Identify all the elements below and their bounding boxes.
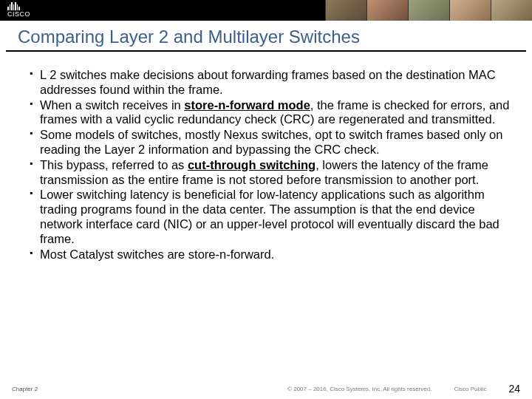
logo-bars-icon — [7, 2, 21, 10]
header-photo — [449, 0, 491, 21]
photo-strip — [325, 0, 532, 21]
footer: Chapter 2 © 2007 – 2016, Cisco Systems, … — [0, 383, 532, 395]
logo-text: CISCO — [7, 10, 30, 18]
content-area: L 2 switches make decisions about forwar… — [0, 52, 532, 262]
slide-title: Comparing Layer 2 and Multilayer Switche… — [0, 21, 532, 49]
list-item: L 2 switches make decisions about forwar… — [30, 68, 510, 98]
cisco-logo: CISCO — [7, 2, 30, 18]
list-item: Most Catalyst switches are store-n-forwa… — [30, 248, 510, 262]
header-photo — [366, 0, 408, 21]
chapter-label: Chapter 2 — [12, 386, 38, 392]
page-number: 24 — [508, 383, 520, 395]
list-item: Some models of switches, mostly Nexus sw… — [30, 128, 510, 157]
header-photo — [491, 0, 532, 21]
header-photo — [325, 0, 366, 21]
header-photo — [408, 0, 449, 21]
copyright-text: © 2007 – 2016, Cisco Systems, Inc. All r… — [287, 386, 432, 392]
list-item: This bypass, referred to as cut-through … — [30, 158, 510, 188]
public-label: Cisco Public — [454, 386, 486, 392]
list-item: When a switch receives in store-n-forwar… — [30, 98, 510, 128]
list-item: Lower switching latency is beneficial fo… — [30, 188, 510, 246]
top-bar: CISCO — [0, 0, 532, 21]
bullet-list: L 2 switches make decisions about forwar… — [30, 68, 510, 262]
